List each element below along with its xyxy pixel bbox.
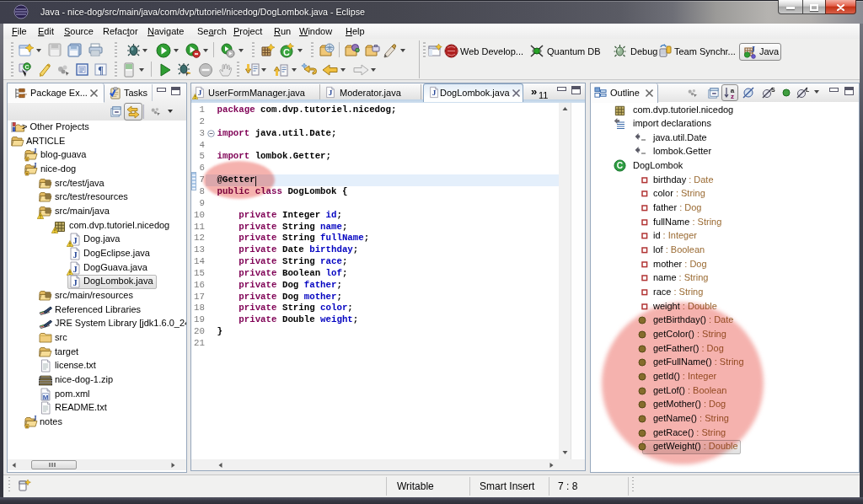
svg-text:L: L <box>806 87 810 93</box>
svg-text:z: z <box>731 93 734 100</box>
svg-text:C: C <box>283 47 290 57</box>
svg-text:S: S <box>771 87 775 93</box>
svg-text:J: J <box>751 45 755 54</box>
svg-text:C: C <box>24 64 29 70</box>
svg-text:¶: ¶ <box>98 64 103 76</box>
